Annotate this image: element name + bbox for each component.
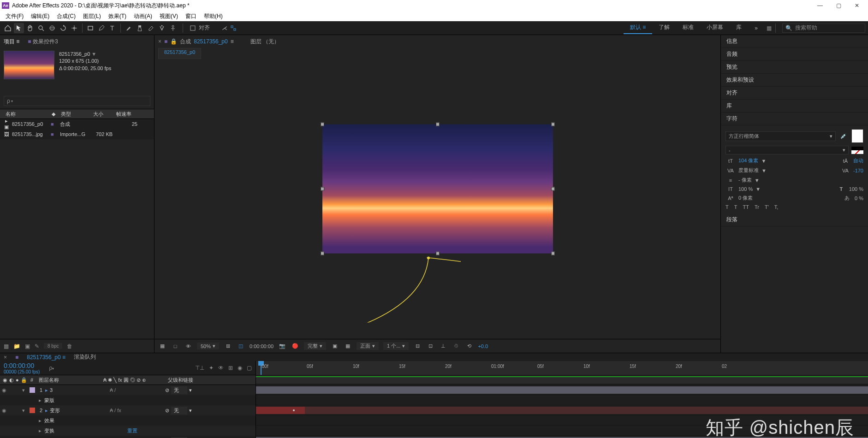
text-tool[interactable]: T <box>107 23 118 33</box>
snap-grid-icon[interactable] <box>230 25 237 31</box>
panel-accordion[interactable]: 对齐 <box>721 87 868 100</box>
comp-flowchart-tab[interactable]: 82517356_p0 <box>158 48 201 59</box>
panel-menu-icon[interactable]: ▦ <box>764 25 773 31</box>
lock-icon[interactable]: 🔒 <box>170 38 177 45</box>
menu-item[interactable]: 效果(T) <box>105 12 130 21</box>
fill-swatch[interactable] <box>851 129 863 143</box>
panel-accordion[interactable]: 预览 <box>721 61 868 74</box>
toggle-3d-icon[interactable]: 👁 <box>184 343 192 349</box>
grid-icon[interactable]: ▦ <box>344 343 352 349</box>
clone-tool[interactable] <box>135 23 145 33</box>
workspace-item[interactable]: 小屏幕 <box>700 22 730 34</box>
toggle-alpha-icon[interactable]: ▦ <box>158 343 166 349</box>
selection-tool[interactable] <box>14 23 24 33</box>
layer-row[interactable]: ◉▾3▸ 1₳ /⊘ 无 ▾ <box>0 436 256 438</box>
fast-preview-icon[interactable]: ⊡ <box>426 343 434 349</box>
timeline-tab-render[interactable]: 渲染队列 <box>74 353 96 361</box>
shy-icon[interactable]: 👁 <box>218 365 224 371</box>
view-dropdown[interactable]: 正面 ▾ <box>357 342 379 350</box>
timeline-icon[interactable]: ⊥ <box>439 343 447 349</box>
menu-item[interactable]: 图层(L) <box>79 12 105 21</box>
menu-item[interactable]: 视图(V) <box>156 12 182 21</box>
panel-accordion[interactable]: 库 <box>721 100 868 112</box>
mask-path[interactable] <box>322 253 461 322</box>
style-dropdown[interactable]: -▾ <box>725 146 849 154</box>
menu-item[interactable]: 合成(C) <box>53 12 79 21</box>
text-style-button[interactable]: T <box>734 204 737 210</box>
text-style-button[interactable]: T' <box>765 204 769 210</box>
folder-icon[interactable]: 📁 <box>13 343 20 349</box>
project-row[interactable]: ▸ ▣82517356_p0■合成25 <box>0 119 154 129</box>
text-style-button[interactable]: T, <box>774 204 779 210</box>
menu-item[interactable]: 帮助(H) <box>200 12 226 21</box>
timeline-search[interactable]: ρ▾ <box>49 365 54 371</box>
project-row[interactable]: 🖼8251735...jpg■Importe...G702 KB <box>0 129 154 139</box>
timeline-ruler[interactable]: :00f05f10f15f20f01:00f05f10f15f20f02 <box>256 361 868 375</box>
help-search[interactable]: 🔍 搜索帮助 <box>782 24 865 33</box>
home-tool[interactable] <box>3 23 13 33</box>
text-style-button[interactable]: Tr <box>755 204 759 210</box>
panel-accordion[interactable]: 效果和预设 <box>721 74 868 87</box>
text-style-button[interactable]: TT <box>743 204 749 210</box>
layer-property-row[interactable]: ▸蒙版 <box>0 395 256 405</box>
layer-row[interactable]: ◉▾2▸ 变形₳ / fx⊘ 无 ▾ <box>0 405 256 415</box>
views-dropdown[interactable]: 1 个... ▾ <box>383 342 409 350</box>
menu-item[interactable]: 窗口 <box>182 12 200 21</box>
layer-property-row[interactable]: ▸变换重置 <box>0 426 256 436</box>
draft3d-icon[interactable]: ✦ <box>209 365 214 371</box>
brush-tool[interactable] <box>124 23 134 33</box>
panel-accordion[interactable]: 字符 <box>721 112 868 125</box>
resolution-dropdown[interactable]: 完整 ▾ <box>304 342 326 350</box>
text-style-button[interactable]: T <box>725 204 729 210</box>
rectangle-tool[interactable] <box>85 23 95 33</box>
panel-accordion[interactable]: 音频 <box>721 48 868 61</box>
hand-tool[interactable] <box>25 23 35 33</box>
comp-icon[interactable]: ▣ <box>25 343 30 349</box>
tab-project[interactable]: 项目 ≡ <box>4 38 19 46</box>
res-full-icon[interactable]: ⊞ <box>224 343 232 349</box>
comp-tab-menu[interactable]: ≡ <box>231 38 234 45</box>
minimize-button[interactable]: ― <box>811 0 829 11</box>
menu-item[interactable]: 编辑(E) <box>27 12 53 21</box>
guides-icon[interactable]: ▣ <box>331 343 339 349</box>
orbit-tool[interactable] <box>47 23 57 33</box>
panel-accordion[interactable]: 段落 <box>721 213 868 226</box>
puppet-tool[interactable] <box>168 23 178 33</box>
project-search[interactable]: ρ▾ <box>4 96 150 106</box>
channel-icon[interactable]: 🔴 <box>291 343 299 349</box>
close-button[interactable]: ✕ <box>848 0 866 11</box>
layer-row[interactable]: ◉▾1▸ 3₳ /⊘ 无 ▾ <box>0 385 256 395</box>
comp-tab-name[interactable]: 82517356_p0 <box>194 38 227 45</box>
layer-property-row[interactable]: ▸效果 <box>0 415 256 426</box>
motion-blur-icon[interactable]: ◉ <box>238 365 242 371</box>
menu-item[interactable]: 动画(A) <box>130 12 156 21</box>
workspace-more[interactable]: » <box>748 23 764 33</box>
track-work-area[interactable] <box>256 375 868 385</box>
flowchart-icon[interactable]: ♲ <box>452 343 460 349</box>
tab-effect-controls[interactable]: ■ 效果控件3 <box>28 38 58 46</box>
snap-icon[interactable] <box>190 25 196 31</box>
anchor-tool[interactable] <box>69 23 79 33</box>
zoom-dropdown[interactable]: 50% ▾ <box>197 343 219 349</box>
maximize-button[interactable]: ▢ <box>829 0 848 11</box>
composition-viewer[interactable] <box>155 59 720 339</box>
reset-exposure-icon[interactable]: ⟲ <box>465 343 473 349</box>
comp-mini-icon[interactable]: ⊤⊥ <box>195 365 204 371</box>
menu-item[interactable]: 文件(F) <box>2 12 27 21</box>
roi-icon[interactable]: ◫ <box>237 343 245 349</box>
toggle-mask-icon[interactable]: □ <box>171 343 179 349</box>
eraser-tool[interactable] <box>146 23 156 33</box>
pen-tool[interactable] <box>96 23 107 33</box>
timeline-close-icon[interactable]: × <box>4 354 7 361</box>
roto-tool[interactable] <box>157 23 167 33</box>
font-dropdown[interactable]: 方正行楷简体▾ <box>725 131 836 141</box>
current-time[interactable]: 0:00:00:00 <box>250 343 273 349</box>
bpc-indicator[interactable]: 8 bpc <box>44 343 62 349</box>
stroke-swatch[interactable] <box>851 147 863 154</box>
pixel-aspect-icon[interactable]: ⊟ <box>413 343 422 349</box>
panel-accordion[interactable]: 信息 <box>721 35 868 48</box>
workspace-item[interactable]: 默认 ≡ <box>624 22 652 34</box>
timeline-timecode[interactable]: 0:00:00:00 <box>4 362 40 369</box>
graph-icon[interactable]: ▢ <box>247 365 252 371</box>
eyedropper-icon[interactable]: 💉 <box>838 133 849 139</box>
